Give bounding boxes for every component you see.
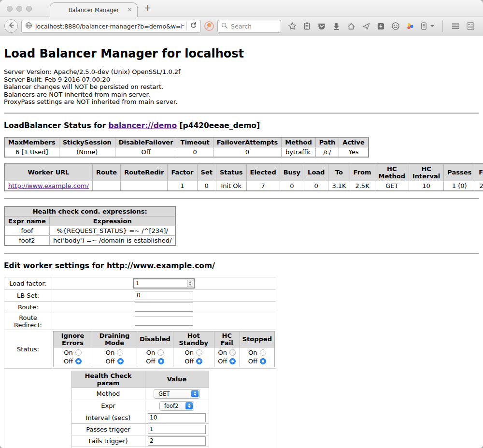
radio-hc-fail-off[interactable] — [229, 358, 236, 364]
save-page-extension-icon[interactable] — [377, 22, 385, 30]
worker-cell-url: http://www.example.com/ — [4, 181, 92, 191]
radio-stopped-off[interactable] — [260, 358, 266, 364]
worker-cell-routeredir — [121, 181, 168, 191]
worker-cell-to: 3.1K — [328, 181, 350, 191]
grid-panel-icon[interactable] — [466, 22, 475, 30]
window-zoom-button[interactable] — [26, 6, 32, 12]
window-minimize-button[interactable] — [16, 6, 22, 12]
divider — [4, 198, 479, 199]
back-button[interactable] — [4, 19, 18, 33]
status-col-disabled: Disabled — [137, 331, 173, 347]
search-bar[interactable]: Search — [217, 20, 281, 33]
form-row-health-check: Health Check param Value Method GET — [4, 368, 276, 448]
send-tab-icon[interactable] — [362, 22, 370, 30]
table-header-row: MaxMembers StickySession DisableFailover… — [4, 137, 369, 147]
route-redirect-label: Route Redirect: — [4, 313, 52, 330]
header-cell: HC Interval — [409, 164, 443, 181]
hc-expr-label: Expr — [71, 400, 145, 412]
extension-dropdown-caret-icon[interactable] — [430, 25, 434, 27]
url-text[interactable]: localhost:8880/balancer-manager?b=demo&w… — [35, 23, 184, 30]
status-col-hc-fail: HC Fail — [214, 331, 240, 347]
content-blocker-icon[interactable] — [204, 21, 214, 31]
server-info: Server Version: Apache/2.5.0-dev (Unix) … — [4, 68, 479, 106]
header-cell: Route — [92, 164, 120, 181]
edit-worker-form: Load factor: 1 LB Set: Route: — [4, 277, 276, 448]
new-tab-button[interactable]: + — [144, 3, 151, 13]
radio-disabled-on[interactable] — [157, 349, 164, 356]
downloads-icon[interactable] — [332, 22, 341, 30]
tab-title: Balancer Manager — [69, 7, 119, 14]
divider — [4, 253, 479, 254]
radio-stopped-on[interactable] — [260, 349, 266, 356]
tab-balancer-manager[interactable]: Balancer Manager × — [50, 2, 138, 17]
radio-draining-mode-off[interactable] — [117, 358, 124, 364]
lb-set-input[interactable] — [135, 291, 193, 300]
header-cell: Path — [315, 137, 339, 147]
header-cell: To — [328, 164, 350, 181]
balancer-status-table: MaxMembers StickySession DisableFailover… — [4, 137, 369, 158]
radio-hc-fail-on[interactable] — [229, 349, 236, 356]
hc-expr-select[interactable]: foof2 — [159, 401, 194, 411]
status-label: Status: — [4, 330, 52, 368]
radio-ignore-errors-off[interactable] — [75, 358, 82, 364]
worker-url-link[interactable]: http://www.example.com/ — [8, 182, 89, 189]
lb-set-label: LB Set: — [4, 289, 52, 301]
cell-maxmembers: 6 [1 Used] — [4, 147, 59, 157]
notes-extension-icon[interactable] — [421, 22, 427, 30]
load-factor-input[interactable]: 1 — [133, 278, 195, 289]
worker-cell-hc-interval: 10 — [409, 181, 443, 191]
expr-row: foof2 hc('body') =~ /domain is establish… — [4, 235, 175, 246]
server-version-line: Server Version: Apache/2.5.0-dev (Unix) … — [4, 68, 479, 76]
pocket-icon[interactable] — [317, 22, 326, 30]
route-redirect-input[interactable] — [135, 317, 193, 326]
radio-disabled-off[interactable] — [158, 358, 164, 364]
navigation-toolbar: localhost:8880/balancer-manager?b=demo&w… — [0, 16, 483, 36]
header-cell: RouteRedir — [121, 164, 168, 181]
status-col-draining-mode: Draining Mode — [92, 331, 137, 347]
cell-active: Yes — [339, 147, 369, 157]
cell-method: bytraffic — [282, 147, 315, 157]
window-close-button[interactable] — [7, 6, 13, 12]
header-cell: Set — [197, 164, 216, 181]
back-arrow-icon — [7, 21, 15, 31]
search-icon — [221, 22, 228, 31]
worker-cell-set: 0 — [197, 181, 216, 191]
status-col-hot-standby: Hot Standby — [173, 331, 214, 347]
worker-cell-from: 2.5K — [350, 181, 375, 191]
route-input[interactable] — [135, 303, 193, 312]
edit-worker-heading: Edit worker settings for http://www.exam… — [4, 261, 479, 270]
loadbalancer-status-heading: LoadBalancer Status for balancer://demo … — [4, 121, 479, 130]
menu-hamburger-icon[interactable] — [451, 22, 460, 30]
bookmark-star-icon[interactable] — [288, 22, 297, 30]
hc-passes-input[interactable] — [148, 425, 206, 434]
header-cell: Elected — [246, 164, 280, 181]
radio-hot-standby-off[interactable] — [196, 358, 202, 364]
url-bar[interactable]: localhost:8880/balancer-manager?b=demo&w… — [21, 20, 201, 33]
hc-fails-input[interactable] — [148, 436, 206, 446]
radio-hot-standby-on[interactable] — [196, 349, 202, 356]
balancer-demo-link[interactable]: balancer://demo — [108, 121, 177, 130]
worker-cell-elected: 7 — [246, 181, 280, 191]
header-cell: Expr name — [4, 216, 49, 226]
chat-smiley-icon[interactable] — [391, 22, 400, 30]
hc-method-select[interactable]: GET — [154, 389, 200, 399]
reload-icon[interactable] — [190, 22, 197, 31]
header-cell: Expression — [49, 216, 175, 226]
header-cell: Passes — [444, 164, 475, 181]
header-cell: Active — [339, 137, 369, 147]
route-label: Route: — [4, 301, 52, 313]
worker-cell-passes: 1 (0) — [444, 181, 475, 191]
reading-list-icon[interactable] — [303, 22, 311, 30]
hc-interval-input[interactable] — [148, 413, 206, 422]
radio-draining-mode-on[interactable] — [117, 349, 123, 356]
header-cell: Method — [282, 137, 315, 147]
home-icon[interactable] — [347, 22, 355, 30]
proxypass-notice-line: ProxyPass settings are NOT inherited fro… — [4, 98, 479, 106]
colored-dots-extension-icon[interactable] — [406, 22, 414, 30]
tab-close-icon[interactable]: × — [127, 6, 132, 14]
header-cell: Value — [145, 371, 209, 388]
toolbar-separator — [442, 20, 443, 32]
number-stepper-icon[interactable] — [187, 280, 193, 287]
radio-ignore-errors-on[interactable] — [75, 349, 82, 356]
browser-window: Balancer Manager × + localhost:8880/bala… — [0, 0, 483, 448]
